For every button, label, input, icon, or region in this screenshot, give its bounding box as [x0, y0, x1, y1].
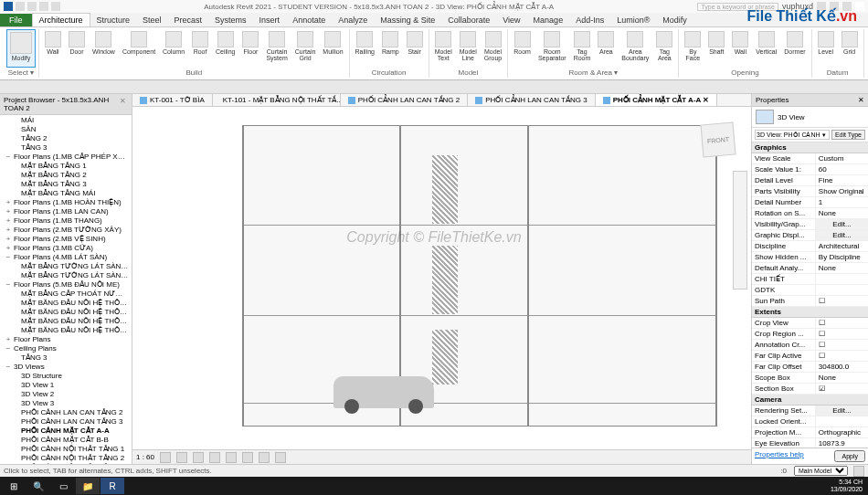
prop-row[interactable]: Section Box — [752, 384, 868, 395]
tree-item[interactable]: 3D View 1 — [1, 381, 131, 390]
prop-value[interactable]: Orthographic — [816, 427, 868, 437]
props-table[interactable]: GraphicsView ScaleCustomScale Value 1:60… — [752, 142, 868, 448]
search-box[interactable]: Type a keyword or phrase — [697, 3, 778, 11]
ceiling-button[interactable]: Ceiling — [213, 29, 238, 68]
prop-row[interactable]: Visibility/Grap...Edit... — [752, 219, 868, 230]
tree-item[interactable]: TẦNG 2 — [1, 134, 131, 143]
tab-file[interactable]: File — [0, 14, 32, 26]
prop-row[interactable]: Scale Value 1:60 — [752, 164, 868, 175]
props-help-link[interactable]: Properties help — [755, 450, 804, 462]
reveal-hidden-icon[interactable] — [275, 452, 286, 463]
tree-item[interactable]: MẶT BĂNG ĐẦU NỐI HỆ THỐNG ĐIỆ... — [1, 326, 131, 335]
hide-isolate-icon[interactable] — [259, 452, 270, 463]
main-model-select[interactable]: Main Model — [794, 466, 848, 476]
prop-row[interactable]: Rendering Set...Edit... — [752, 405, 868, 416]
tree-item[interactable]: MẶT BĂNG ĐẦU NỐI HỆ THỐNG CẤP — [1, 299, 131, 308]
view-tab[interactable]: KT-001 - TỜ BÌA — [132, 94, 213, 106]
prop-value[interactable]: 60 — [816, 164, 868, 174]
redo-icon[interactable] — [51, 2, 60, 11]
dormer-button[interactable]: Dormer — [781, 29, 808, 68]
prop-row[interactable]: DisciplineArchitectural — [752, 241, 868, 252]
tree-item[interactable]: +Floor Plans — [1, 335, 131, 344]
stair-button[interactable]: Stair — [404, 29, 426, 68]
grid-button[interactable]: Grid — [839, 29, 861, 68]
mullion-button[interactable]: Mullion — [320, 29, 345, 68]
prop-group-header[interactable]: Extents — [752, 307, 868, 318]
tree-item[interactable]: PHỐI CẢNH NỘI THẤT TẦNG 1 — [1, 445, 131, 454]
tree-item[interactable]: MẶT BẰNG TƯỜNG LÁT SÀN TẦNG 2 — [1, 271, 131, 280]
prop-row[interactable]: Sun Path — [752, 296, 868, 307]
prop-row[interactable]: Graphic Displ...Edit... — [752, 230, 868, 241]
tree-item[interactable]: +Floor Plans (2.MB VỆ SINH) — [1, 235, 131, 244]
prop-value[interactable]: None — [816, 263, 868, 273]
prop-value[interactable]: Show Original — [816, 186, 868, 196]
tab-architecture[interactable]: Architecture — [32, 13, 90, 26]
prop-value[interactable]: None — [816, 373, 868, 383]
start-button[interactable]: ⊞ — [2, 478, 26, 494]
ramp-button[interactable]: Ramp — [379, 29, 402, 68]
tree-item[interactable]: +Floor Plans (1.MB HOÀN THIỆN) — [1, 198, 131, 207]
prop-value[interactable]: 1 — [816, 197, 868, 207]
sun-path-icon[interactable] — [193, 452, 204, 463]
tree-item[interactable]: +Floor Plans (2.MB TƯỜNG XÂY) — [1, 226, 131, 235]
tree-item[interactable]: +Floor Plans (3.MB CỬA) — [1, 244, 131, 253]
prop-value[interactable]: Architectural — [816, 241, 868, 251]
tree-item[interactable]: PHỐI CẢNH MẶT CẮT B-B — [1, 436, 131, 445]
tag-area-button[interactable]: Tag Area — [653, 29, 675, 68]
tree-item[interactable]: −Floor Plans (1.MB CẤP PHÉP XÂY DỰNG) — [1, 153, 131, 162]
model-line-button[interactable]: Model Line — [457, 29, 480, 68]
prop-value[interactable]: Custom — [816, 153, 868, 163]
revit-taskbar-icon[interactable]: R — [101, 478, 124, 494]
wall-button[interactable]: Wall — [42, 29, 64, 68]
level-button[interactable]: Level — [815, 29, 837, 68]
prop-row[interactable]: View ScaleCustom — [752, 153, 868, 164]
prop-value[interactable] — [816, 274, 868, 284]
tab-lumion[interactable]: Lumion® — [610, 14, 656, 26]
prop-value[interactable] — [816, 318, 868, 328]
prop-value[interactable]: Edit... — [816, 219, 868, 229]
roof-button[interactable]: Roof — [189, 29, 211, 68]
view-tab[interactable]: PHỐI CẢNH LAN CAN TẦNG 2 — [341, 94, 468, 106]
task-view-icon[interactable]: ▭ — [51, 478, 75, 494]
tree-item[interactable]: +Floor Plans (1.MB THANG) — [1, 216, 131, 226]
prop-value[interactable]: 10873.9 — [816, 438, 868, 448]
tree-item[interactable]: MẶT BĂNG ĐẦU NỐI HỆ THỐNG THÔ... — [1, 317, 131, 326]
tab-precast[interactable]: Precast — [168, 14, 209, 26]
tree-item[interactable]: −Floor Plans (4.MB LÁT SÀN) — [1, 253, 131, 262]
browser-tree[interactable]: MÁISÂNTẦNG 2TẦNG 3−Floor Plans (1.MB CẤP… — [0, 115, 132, 464]
filter-icon[interactable] — [853, 466, 864, 477]
tree-item[interactable]: TẦNG 3 — [1, 143, 131, 153]
column-button[interactable]: Column — [160, 29, 187, 68]
shaft-button[interactable]: Shaft — [705, 29, 727, 68]
model-text-button[interactable]: Model Text — [432, 29, 455, 68]
browser-header[interactable]: Project Browser - 5x18.5x3.ANH TOAN 2 ✕ — [0, 94, 132, 115]
tree-item[interactable]: −Ceiling Plans — [1, 344, 131, 353]
prop-row[interactable]: Far Clip Offset304800.0 — [752, 362, 868, 373]
tab-view[interactable]: View — [496, 14, 526, 26]
tree-item[interactable]: +Floor Plans (1.MB LAN CAN) — [1, 207, 131, 216]
selection-count[interactable]: :0 — [780, 467, 787, 475]
component-button[interactable]: Component — [120, 29, 158, 68]
props-type-selector[interactable]: 3D View — [752, 107, 868, 128]
tab-modify[interactable]: Modify — [656, 14, 693, 26]
room-separator-button[interactable]: Room Separator — [535, 29, 569, 68]
tree-item[interactable]: PHỐI CẢNH MẶT CẮT A-A — [1, 427, 131, 436]
rendering-icon[interactable] — [226, 452, 237, 463]
prop-value[interactable] — [816, 351, 868, 361]
prop-value[interactable]: Edit... — [816, 405, 868, 416]
prop-group-header[interactable]: Graphics — [752, 142, 868, 153]
curtain-system-button[interactable]: Curtain System — [263, 29, 290, 68]
prop-row[interactable]: Eye Elevation10873.9 — [752, 438, 868, 448]
tag-room-button[interactable]: Tag Room — [571, 29, 594, 68]
prop-row[interactable]: Show Hidden ...By Discipline — [752, 252, 868, 263]
tree-item[interactable]: 3D View 2 — [1, 390, 131, 399]
prop-value[interactable] — [816, 384, 868, 394]
prop-row[interactable]: Annotation Cr... — [752, 340, 868, 351]
tree-item[interactable]: MẶT BẰNG TẦNG 2 — [1, 171, 131, 180]
prop-row[interactable]: Crop Region ... — [752, 329, 868, 340]
tab-annotate[interactable]: Annotate — [286, 14, 332, 26]
prop-row[interactable]: Far Clip Active — [752, 351, 868, 362]
tree-item[interactable]: PHỐI CẢNH LAN CAN TẦNG 3 — [1, 417, 131, 427]
by-face-button[interactable]: By Face — [682, 29, 704, 68]
prop-value[interactable]: By Discipline — [816, 252, 868, 262]
